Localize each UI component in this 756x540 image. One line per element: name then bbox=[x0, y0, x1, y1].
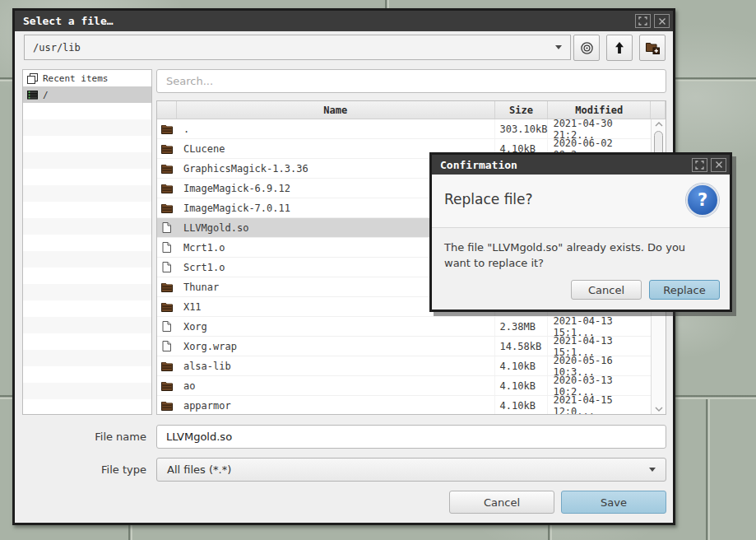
sidebar-empty-row bbox=[23, 152, 151, 169]
sidebar-item-root[interactable]: / bbox=[23, 86, 151, 103]
save-button-label: Save bbox=[601, 496, 627, 509]
dialog-titlebar[interactable]: Confirmation bbox=[432, 155, 730, 175]
file-name-cell: Xorg bbox=[177, 317, 495, 336]
dialog-heading: Replace file? bbox=[444, 191, 533, 207]
sidebar-empty-row bbox=[23, 169, 151, 185]
sidebar-empty-row bbox=[23, 235, 151, 251]
folder-icon bbox=[157, 277, 177, 296]
table-row[interactable]: .303.10kB2021-04-30 21:2... bbox=[157, 119, 651, 139]
file-size-cell: 2.38MB bbox=[495, 317, 549, 336]
dialog-cancel-label: Cancel bbox=[588, 284, 624, 296]
folder-icon bbox=[157, 159, 177, 178]
up-arrow-icon bbox=[614, 41, 625, 54]
table-row[interactable]: alsa-lib4.10kB2020-05-16 10:3... bbox=[157, 356, 651, 376]
maximize-icon bbox=[695, 161, 704, 170]
scroll-down-icon[interactable] bbox=[652, 407, 666, 412]
dialog-replace-button[interactable]: Replace bbox=[649, 280, 720, 300]
file-name-label: File name bbox=[15, 425, 146, 449]
file-type-combobox[interactable]: All files (*.*) bbox=[156, 458, 666, 482]
desktop-background: Select a file… /usr/lib bbox=[0, 0, 756, 540]
file-icon bbox=[157, 317, 177, 336]
dialog-close-button[interactable] bbox=[711, 158, 726, 172]
sidebar-empty-row bbox=[23, 103, 151, 119]
dialog-cancel-button[interactable]: Cancel bbox=[571, 280, 642, 300]
sidebar-empty-row bbox=[23, 333, 151, 350]
file-modified-cell: 2021-04-13 15:1... bbox=[548, 317, 651, 336]
maximize-icon bbox=[638, 16, 647, 26]
save-button[interactable]: Save bbox=[561, 491, 666, 514]
dialog-message-line2: want to replace it? bbox=[444, 257, 544, 269]
sidebar-filler bbox=[23, 103, 151, 399]
new-folder-button[interactable] bbox=[639, 35, 666, 61]
column-header-modified[interactable]: Modified bbox=[548, 101, 651, 119]
sidebar-item-recent[interactable]: Recent items bbox=[23, 70, 151, 86]
maximize-button[interactable] bbox=[635, 14, 651, 28]
sidebar-empty-row bbox=[23, 300, 151, 317]
sidebar-empty-row bbox=[23, 366, 151, 383]
file-modified-cell: 2021-04-15 12:0... bbox=[548, 396, 651, 414]
sidebar-empty-row bbox=[23, 284, 151, 300]
path-value: /usr/lib bbox=[33, 42, 81, 54]
file-size-cell: 303.10kB bbox=[495, 119, 549, 138]
sidebar-empty-row bbox=[23, 251, 151, 268]
folder-icon bbox=[157, 179, 177, 198]
table-row[interactable]: ao4.10kB2020-03-13 10:2... bbox=[157, 376, 651, 396]
file-modified-cell: 2021-04-30 21:2... bbox=[548, 119, 651, 138]
question-mark-glyph: ? bbox=[698, 190, 707, 210]
target-icon bbox=[580, 41, 594, 55]
file-type-label: File type bbox=[15, 458, 146, 482]
file-size-cell: 14.58kB bbox=[495, 337, 549, 356]
sidebar-empty-row bbox=[23, 383, 151, 399]
sidebar-empty-row bbox=[23, 119, 151, 136]
file-name-input[interactable] bbox=[156, 425, 666, 449]
file-icon bbox=[157, 337, 177, 356]
table-row[interactable]: Xorg.wrap14.58kB2021-04-13 15:1... bbox=[157, 337, 651, 356]
recent-items-icon bbox=[27, 73, 38, 84]
folder-icon bbox=[157, 297, 177, 316]
dialog-message: The file "LLVMgold.so" already exists. D… bbox=[444, 240, 716, 271]
file-size-cell: 4.10kB bbox=[495, 396, 549, 414]
file-icon bbox=[157, 218, 177, 237]
table-row[interactable]: apparmor4.10kB2021-04-15 12:0... bbox=[157, 396, 651, 414]
dialog-maximize-button[interactable] bbox=[692, 158, 707, 172]
file-size-cell: 4.10kB bbox=[495, 356, 549, 375]
folder-icon bbox=[157, 139, 177, 158]
column-header-icon[interactable] bbox=[157, 101, 177, 119]
path-combobox[interactable]: /usr/lib bbox=[24, 35, 571, 60]
chevron-down-icon bbox=[555, 45, 562, 49]
close-button[interactable] bbox=[654, 14, 670, 28]
parent-directory-button[interactable] bbox=[606, 35, 633, 61]
column-header-spacer bbox=[651, 101, 666, 119]
location-target-button[interactable] bbox=[573, 35, 600, 61]
confirmation-dialog: Confirmation Replace file? ? The file "L… bbox=[429, 152, 732, 312]
table-row[interactable]: Xorg2.38MB2021-04-13 15:1... bbox=[157, 317, 651, 337]
chevron-down-icon bbox=[649, 468, 656, 472]
file-type-value: All files (*.*) bbox=[167, 463, 231, 476]
folder-icon bbox=[157, 119, 177, 138]
new-folder-icon bbox=[646, 42, 660, 54]
cancel-button-label: Cancel bbox=[484, 496, 520, 509]
close-icon bbox=[715, 161, 723, 169]
search-input[interactable] bbox=[156, 69, 666, 93]
dialog-title: Confirmation bbox=[440, 159, 517, 171]
file-name-cell: alsa-lib bbox=[177, 356, 495, 375]
sidebar-empty-row bbox=[23, 136, 151, 152]
places-sidebar: Recent items / bbox=[22, 69, 152, 415]
close-icon bbox=[658, 17, 666, 26]
file-table-header: Name Size Modified bbox=[157, 101, 666, 119]
sidebar-empty-row bbox=[23, 317, 151, 333]
scroll-up-icon[interactable] bbox=[652, 122, 666, 127]
drive-icon bbox=[27, 91, 38, 100]
sidebar-item-label: Recent items bbox=[43, 73, 108, 84]
sidebar-empty-row bbox=[23, 350, 151, 366]
folder-icon bbox=[157, 198, 177, 217]
file-name-cell: apparmor bbox=[177, 396, 495, 414]
folder-icon bbox=[157, 396, 177, 414]
cancel-button[interactable]: Cancel bbox=[449, 491, 554, 514]
column-header-name[interactable]: Name bbox=[177, 101, 495, 119]
sidebar-item-label: / bbox=[43, 90, 49, 100]
folder-icon bbox=[157, 376, 177, 395]
window-titlebar[interactable]: Select a file… bbox=[15, 11, 673, 31]
dialog-replace-label: Replace bbox=[663, 284, 705, 296]
column-header-size[interactable]: Size bbox=[495, 101, 549, 119]
